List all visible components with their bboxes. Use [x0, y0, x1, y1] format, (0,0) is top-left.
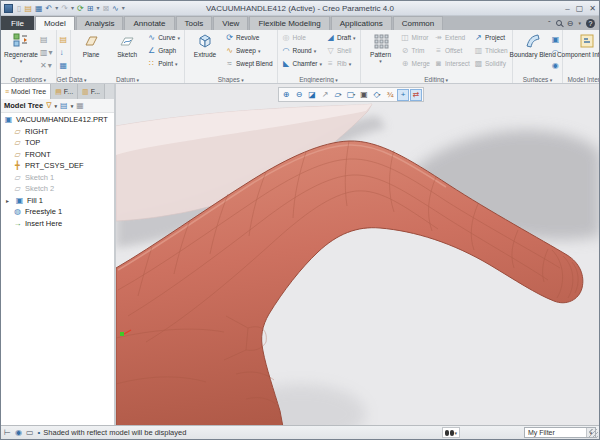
3d-viewport[interactable]: ⊕ ⊖ ◪ ↗ ▱▾ ▢▾ ▣ ◇▾ ¾ + ⇄ — [116, 84, 599, 425]
undo-icon[interactable]: ↶ — [46, 4, 53, 13]
tree-item-front[interactable]: ▱ FRONT — [1, 149, 114, 161]
tree-item-part[interactable]: ▣ VACUUMHANDLE412.PRT — [1, 114, 114, 126]
redo-dropdown-icon[interactable]: ▾ — [71, 4, 74, 13]
filter-combobox[interactable]: My Filter ▾ — [524, 427, 596, 438]
close-button[interactable]: ✕ — [589, 4, 596, 13]
graph-button[interactable]: ∠Graph — [145, 44, 182, 57]
model-canvas[interactable] — [116, 84, 599, 425]
datum-display-icon[interactable]: ◇▾ — [371, 89, 383, 101]
fill-surface-icon[interactable]: ▣ — [551, 33, 561, 45]
receive-icon[interactable]: ↓ — [59, 46, 69, 58]
resize-grip[interactable] — [589, 429, 598, 438]
tree-item-right[interactable]: ▱ RIGHT — [1, 126, 114, 138]
view-manager-icon[interactable]: ▣ — [358, 89, 370, 101]
new-icon[interactable]: ▯ — [17, 4, 21, 13]
tree-columns-icon[interactable]: ▤ — [60, 101, 68, 110]
close-window-icon[interactable]: ⊠ — [102, 4, 109, 13]
curve-button[interactable]: ∿Curve▾ — [145, 31, 182, 44]
annotation-display-icon[interactable]: ¾ — [384, 89, 396, 101]
group-label-model-intent[interactable]: Model Intent — [563, 76, 599, 83]
switch-windows-icon[interactable]: ⊖ — [567, 19, 574, 28]
open-icon[interactable]: ▤ — [24, 4, 32, 13]
component-interface-button[interactable]: Component Interface — [565, 31, 599, 58]
swept-blend-button[interactable]: ≈Swept Blend — [223, 57, 275, 70]
regenerate-button[interactable]: Regenerate ▾ — [3, 31, 39, 65]
zoom-in-icon[interactable]: ⊕ — [280, 89, 292, 101]
spin-center-icon[interactable]: + — [397, 89, 409, 101]
tab-favorites[interactable]: ▥ F... — [78, 84, 105, 99]
customize-qat-icon[interactable]: ▾ — [122, 4, 125, 13]
expand-arrow-icon[interactable]: ▸ — [6, 197, 12, 204]
maximize-button[interactable]: ▢ — [576, 4, 584, 13]
group-label-datum[interactable]: Datum — [71, 76, 184, 83]
regenerate-quick-icon[interactable]: ⟳ — [77, 4, 84, 13]
tab-tools[interactable]: Tools — [176, 16, 213, 30]
find-button[interactable]: ▾ — [442, 427, 460, 438]
tab-folder-browser[interactable]: ▤ F... — [51, 84, 78, 99]
browser-toggle-icon[interactable]: ◉ — [15, 428, 22, 437]
tab-applications[interactable]: Applications — [331, 16, 392, 30]
saved-orientations-icon[interactable]: ▢▾ — [345, 89, 357, 101]
find-dropdown-icon[interactable]: ▾ — [454, 430, 457, 436]
chamfer-button[interactable]: ◣Chamfer▾ — [280, 57, 324, 70]
tree-filters-icon[interactable]: ∇ — [46, 101, 51, 110]
tree-item-fill1[interactable]: ▸ ▣ Fill 1 — [1, 195, 114, 207]
group-label-editing[interactable]: Editing — [361, 76, 512, 83]
switch-dropdown-icon[interactable]: ▾ — [578, 20, 581, 26]
point-button[interactable]: ∷Point▾ — [145, 57, 182, 70]
tab-flexible-modeling[interactable]: Flexible Modeling — [249, 16, 329, 30]
draft-button[interactable]: ◢Draft▾ — [324, 31, 358, 44]
windows-dropdown-icon[interactable]: ▾ — [96, 4, 99, 13]
group-label-get-data[interactable]: Get Data — [57, 76, 71, 83]
extrude-button[interactable]: Extrude — [187, 31, 223, 58]
zoom-out-icon[interactable]: ⊖ — [293, 89, 305, 101]
import-icon[interactable]: ▤ — [59, 33, 69, 45]
session-icon[interactable]: ▦ — [59, 59, 69, 71]
tree-item-top[interactable]: ▱ TOP — [1, 137, 114, 149]
minimize-ribbon-icon[interactable]: ˆ — [548, 19, 551, 28]
orientation-mode-icon[interactable]: ⇄ — [410, 89, 422, 101]
save-icon[interactable]: ▦ — [35, 4, 43, 13]
round-button[interactable]: ◠Round▾ — [280, 44, 324, 57]
redo-icon[interactable]: ↷ — [61, 4, 68, 13]
tab-file[interactable]: File — [1, 16, 34, 30]
tab-model[interactable]: Model — [35, 16, 75, 30]
pattern-button[interactable]: Pattern ▾ — [363, 31, 399, 65]
search-icon[interactable] — [556, 20, 562, 26]
fullscreen-toggle-icon[interactable]: ▭ — [26, 428, 34, 437]
project-button[interactable]: ↗Project — [472, 31, 510, 44]
display-style-icon[interactable]: ▱▾ — [332, 89, 344, 101]
group-label-engineering[interactable]: Engineering — [278, 76, 360, 83]
sweep-button[interactable]: ∿Sweep▾ — [223, 44, 275, 57]
tree-item-csys[interactable]: ╋ PRT_CSYS_DEF — [1, 160, 114, 172]
help-icon[interactable]: ? — [586, 19, 595, 28]
group-label-operations[interactable]: Operations — [1, 76, 56, 83]
tree-filters-dropdown-icon[interactable]: ▾ — [55, 103, 58, 109]
tree-columns-dropdown-icon[interactable]: ▾ — [71, 103, 74, 109]
boundary-blend-button[interactable]: Boundary Blend — [515, 31, 551, 58]
graph-tool-icon[interactable]: ∿ — [112, 4, 119, 13]
minimize-button[interactable]: – — [565, 4, 569, 13]
repaint-icon[interactable]: ↗ — [319, 89, 331, 101]
app-icon[interactable] — [4, 4, 13, 13]
tab-annotate[interactable]: Annotate — [124, 16, 174, 30]
revolve-button[interactable]: ⟳Revolve — [223, 31, 275, 44]
group-label-surfaces[interactable]: Surfaces — [513, 76, 563, 83]
tree-item-sketch1[interactable]: ▱ Sketch 1 — [1, 172, 114, 184]
tree-item-insert-here[interactable]: → Insert Here — [1, 218, 114, 230]
csys-icon: ╋ — [13, 161, 22, 170]
tab-analysis[interactable]: Analysis — [76, 16, 124, 30]
tree-item-sketch2[interactable]: ▱ Sketch 2 — [1, 183, 114, 195]
group-label-shapes[interactable]: Shapes — [185, 76, 277, 83]
tab-view[interactable]: View — [213, 16, 248, 30]
tab-model-tree[interactable]: ≡ Model Tree — [1, 84, 51, 99]
undo-dropdown-icon[interactable]: ▾ — [55, 4, 58, 13]
windows-icon[interactable]: ⊞ — [87, 4, 94, 13]
style-surface-icon[interactable]: ◉ — [551, 59, 561, 71]
refit-icon[interactable]: ◪ — [306, 89, 318, 101]
toggle-tree-icon[interactable]: ⊢ — [4, 428, 11, 437]
plane-button[interactable]: Plane — [73, 31, 109, 58]
sketch-button[interactable]: Sketch — [109, 31, 145, 58]
tab-common[interactable]: Common — [393, 16, 443, 30]
tree-item-freestyle1[interactable]: ◍ Freestyle 1 — [1, 206, 114, 218]
